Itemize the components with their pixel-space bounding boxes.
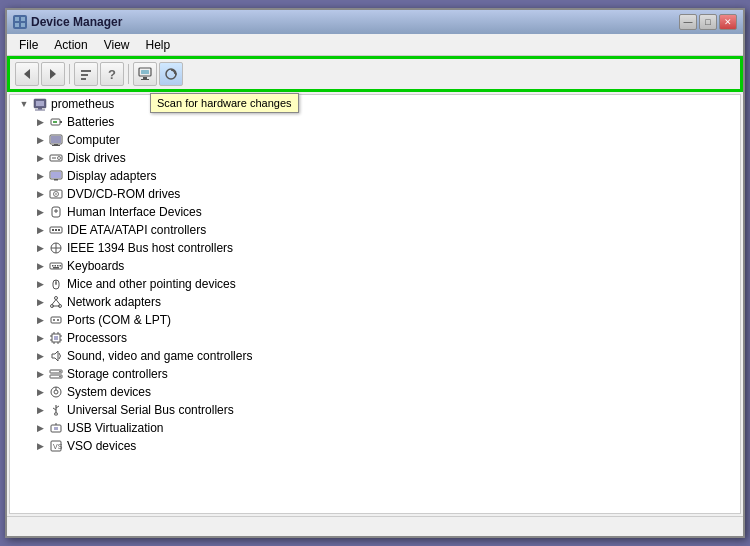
device-tree[interactable]: ▼ prometheus ▶ (9, 94, 741, 514)
svg-rect-0 (15, 17, 19, 21)
list-item[interactable]: ▶ Universal Serial Bus controllers (10, 401, 740, 419)
svg-marker-4 (24, 69, 30, 79)
mice-label: Mice and other pointing devices (67, 277, 236, 291)
help-button[interactable]: ? (100, 62, 124, 86)
expand-computer[interactable]: ▶ (32, 132, 48, 148)
menu-action[interactable]: Action (46, 36, 95, 54)
list-item[interactable]: ▶ Sound, video and game controllers (10, 347, 740, 365)
system-devices-icon (48, 384, 64, 400)
tree-root[interactable]: ▼ prometheus (10, 95, 740, 113)
vso-icon: VS (48, 438, 64, 454)
svg-point-61 (53, 319, 55, 321)
svg-rect-7 (81, 74, 88, 76)
svg-rect-3 (21, 23, 25, 27)
list-item[interactable]: ▶ Human Interface Devices (10, 203, 740, 221)
svg-rect-64 (54, 336, 58, 340)
usb-label: Universal Serial Bus controllers (67, 403, 234, 417)
hid-label: Human Interface Devices (67, 205, 202, 219)
list-item[interactable]: ▶ VS VSO devices (10, 437, 740, 455)
expand-vso[interactable]: ▶ (32, 438, 48, 454)
disk-drives-label: Disk drives (67, 151, 126, 165)
device-manager-window: Device Manager — □ ✕ File Action View He… (5, 8, 745, 538)
list-item[interactable]: ▶ Processors (10, 329, 740, 347)
toolbar-sep2 (128, 64, 129, 84)
svg-rect-40 (55, 229, 57, 231)
list-item[interactable]: ▶ Ports (COM & LPT) (10, 311, 740, 329)
mice-icon (48, 276, 64, 292)
storage-icon (48, 366, 64, 382)
list-item[interactable]: ▶ Disk drives (10, 149, 740, 167)
expand-ports[interactable]: ▶ (32, 312, 48, 328)
expand-usb-virt[interactable]: ▶ (32, 420, 48, 436)
svg-rect-41 (58, 229, 60, 231)
root-icon (32, 96, 48, 112)
expand-system[interactable]: ▶ (32, 384, 48, 400)
window-icon (13, 15, 27, 29)
expand-keyboards[interactable]: ▶ (32, 258, 48, 274)
svg-rect-23 (51, 136, 61, 143)
network-label: Network adapters (67, 295, 161, 309)
svg-rect-10 (141, 70, 149, 74)
storage-label: Storage controllers (67, 367, 168, 381)
list-item[interactable]: ▶ Display adapters (10, 167, 740, 185)
expand-ide[interactable]: ▶ (32, 222, 48, 238)
list-item[interactable]: ▶ Network adapters (10, 293, 740, 311)
maximize-button[interactable]: □ (699, 14, 717, 30)
svg-rect-18 (35, 110, 45, 111)
window-title: Device Manager (31, 15, 122, 29)
expand-sound[interactable]: ▶ (32, 348, 48, 364)
expand-network[interactable]: ▶ (32, 294, 48, 310)
network-icon (48, 294, 64, 310)
list-item[interactable]: ▶ Mice and other pointing devices (10, 275, 740, 293)
computer-label: Computer (67, 133, 120, 147)
expand-usb[interactable]: ▶ (32, 402, 48, 418)
processors-label: Processors (67, 331, 127, 345)
computer-icon (48, 132, 64, 148)
expand-batteries[interactable]: ▶ (32, 114, 48, 130)
display-adapters-icon (48, 168, 64, 184)
list-item[interactable]: ▶ DVD/CD-ROM drives (10, 185, 740, 203)
update-driver-button[interactable] (133, 62, 157, 86)
svg-rect-12 (141, 79, 149, 80)
expand-processors[interactable]: ▶ (32, 330, 48, 346)
list-item[interactable]: ▶ USB Virtualization (10, 419, 740, 437)
svg-rect-1 (21, 17, 25, 21)
svg-rect-17 (38, 108, 42, 110)
sound-label: Sound, video and game controllers (67, 349, 252, 363)
list-item[interactable]: ▶ Storage controllers (10, 365, 740, 383)
expand-display[interactable]: ▶ (32, 168, 48, 184)
minimize-button[interactable]: — (679, 14, 697, 30)
expand-ieee[interactable]: ▶ (32, 240, 48, 256)
svg-rect-16 (36, 101, 44, 106)
toolbar-sep1 (69, 64, 70, 84)
scan-hardware-button[interactable] (159, 62, 183, 86)
title-bar-left: Device Manager (13, 15, 122, 29)
menu-file[interactable]: File (11, 36, 46, 54)
expand-hid[interactable]: ▶ (32, 204, 48, 220)
svg-point-34 (55, 193, 57, 195)
list-item[interactable]: ▶ IEEE 1394 Bus host controllers (10, 239, 740, 257)
expand-disk[interactable]: ▶ (32, 150, 48, 166)
expand-dvd[interactable]: ▶ (32, 186, 48, 202)
ide-icon (48, 222, 64, 238)
list-item[interactable]: ▶ Keyboards (10, 257, 740, 275)
list-item[interactable]: ▶ Batteries (10, 113, 740, 131)
list-item[interactable]: ▶ System devices (10, 383, 740, 401)
back-button[interactable] (15, 62, 39, 86)
properties-button[interactable] (74, 62, 98, 86)
expand-mice[interactable]: ▶ (32, 276, 48, 292)
svg-point-53 (55, 282, 57, 284)
forward-button[interactable] (41, 62, 65, 86)
svg-rect-6 (81, 70, 91, 72)
menu-view[interactable]: View (96, 36, 138, 54)
svg-rect-21 (53, 121, 57, 123)
menu-help[interactable]: Help (138, 36, 179, 54)
list-item[interactable]: ▶ IDE ATA/ATAPI controllers (10, 221, 740, 239)
title-bar: Device Manager — □ ✕ (7, 10, 743, 34)
close-button[interactable]: ✕ (719, 14, 737, 30)
list-item[interactable]: ▶ Computer (10, 131, 740, 149)
ports-icon (48, 312, 64, 328)
ports-label: Ports (COM & LPT) (67, 313, 171, 327)
expand-storage[interactable]: ▶ (32, 366, 48, 382)
root-expand[interactable]: ▼ (16, 96, 32, 112)
